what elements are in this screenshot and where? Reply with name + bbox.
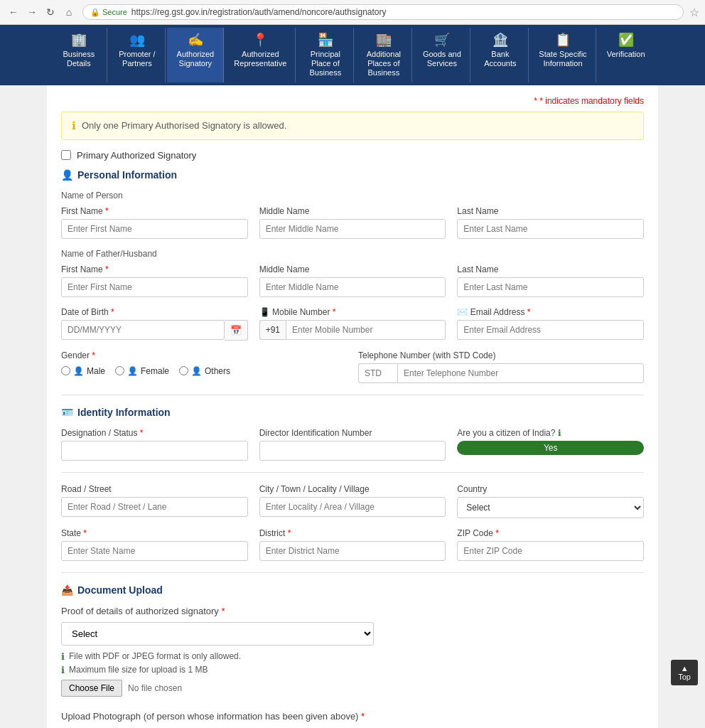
road-label: Road / Street xyxy=(61,484,248,494)
gender-male-radio[interactable] xyxy=(61,366,70,375)
nav-principal-place[interactable]: 🏪 PrincipalPlace ofBusiness xyxy=(297,28,354,82)
father-last-name-group: Last Name xyxy=(457,264,644,297)
goods-icon: 🛒 xyxy=(434,32,450,48)
gender-options: 👤 Male 👤 Female 👤 Others xyxy=(61,366,347,376)
proof-info2: ℹ Maximum file size for upload is 1 MB xyxy=(61,665,644,675)
designation-input[interactable] xyxy=(61,441,248,461)
nav-goods-services[interactable]: 🛒 Goods andServices xyxy=(414,28,470,82)
proof-info1: ℹ File with PDF or JPEG format is only a… xyxy=(61,651,644,662)
name-of-person-label: Name of Person xyxy=(61,191,644,200)
proof-label: Proof of details of authorized signatory… xyxy=(61,606,644,616)
personal-info-section: 👤 Personal Information Name of Person Fi… xyxy=(61,169,644,383)
top-nav: 🏢 BusinessDetails 👥 Promoter /Partners ✍… xyxy=(0,25,705,85)
nav-additional-places[interactable]: 🏬 AdditionalPlaces ofBusiness xyxy=(355,28,412,82)
middle-name-group: Middle Name xyxy=(259,206,446,239)
father-first-name-input[interactable] xyxy=(61,277,248,297)
nav-promoter-partners[interactable]: 👥 Promoter /Partners xyxy=(109,28,166,82)
photo-upload-label: Upload Photograph (of person whose infor… xyxy=(61,711,644,722)
telephone-label: Telephone Number (with STD Code) xyxy=(358,350,644,360)
state-label: State * xyxy=(61,528,248,538)
id-icon: 🪪 xyxy=(61,407,73,418)
bank-icon: 🏦 xyxy=(493,32,508,48)
address-bar[interactable]: 🔒 Secure https://reg.gst.gov.in/registra… xyxy=(82,4,684,20)
father-middle-name-group: Middle Name xyxy=(259,264,446,297)
gender-female[interactable]: 👤 Female xyxy=(115,366,169,376)
additional-icon: 🏬 xyxy=(376,32,392,48)
signatory-icon: ✍️ xyxy=(188,32,203,48)
secure-badge: 🔒 Secure xyxy=(90,8,127,17)
email-label: ✉️ Email Address * xyxy=(457,307,644,317)
country-group: Country Select India xyxy=(457,484,644,518)
father-last-name-input[interactable] xyxy=(457,277,644,297)
gender-male[interactable]: 👤 Male xyxy=(61,366,105,376)
father-name-row: First Name * Middle Name Last Name xyxy=(61,264,644,297)
country-select[interactable]: Select India xyxy=(457,497,644,518)
proof-select-wrapper: Select Aadhar Card PAN Card Passport Dri… xyxy=(61,622,644,646)
father-first-name-group: First Name * xyxy=(61,264,248,297)
road-group: Road / Street xyxy=(61,484,248,518)
forward-btn[interactable]: → xyxy=(24,4,40,20)
father-middle-name-label: Middle Name xyxy=(259,264,446,274)
scroll-top-btn[interactable]: ▲ Top xyxy=(671,660,698,685)
district-input[interactable] xyxy=(259,541,446,561)
gender-female-radio[interactable] xyxy=(115,366,124,375)
first-name-input[interactable] xyxy=(61,219,248,239)
back-btn[interactable]: ← xyxy=(6,4,21,20)
std-input[interactable] xyxy=(358,363,397,383)
city-label: City / Town / Locality / Village xyxy=(259,484,446,494)
address-row1: Road / Street City / Town / Locality / V… xyxy=(61,484,644,518)
tel-input[interactable] xyxy=(397,363,644,383)
mobile-input[interactable] xyxy=(286,320,446,340)
mobile-group: 📱 Mobile Number * +91 xyxy=(259,307,446,341)
upload-icon: 📤 xyxy=(61,584,73,596)
alert-icon: ℹ xyxy=(72,119,76,132)
citizen-label: Are you a citizen of India? ℹ xyxy=(457,428,644,438)
state-group: State * xyxy=(61,528,248,561)
designation-group: Designation / Status * xyxy=(61,428,248,461)
calendar-btn[interactable]: 📅 xyxy=(225,320,248,341)
nav-business-details[interactable]: 🏢 BusinessDetails xyxy=(50,28,107,82)
date-wrapper: 📅 xyxy=(61,320,248,341)
home-btn[interactable]: ⌂ xyxy=(61,4,77,20)
doc-upload-section: 📤 Document Upload Proof of details of au… xyxy=(61,584,644,728)
refresh-btn[interactable]: ↻ xyxy=(43,4,58,20)
phone-prefix: +91 xyxy=(259,320,286,340)
rep-icon: 📍 xyxy=(252,32,268,48)
bookmark-btn[interactable]: ☆ xyxy=(689,6,699,19)
nav-authorized-rep[interactable]: 📍 AuthorizedRepresentative xyxy=(225,28,296,82)
gender-others-radio[interactable] xyxy=(179,366,188,375)
nav-authorized-signatory[interactable]: ✍️ AuthorizedSignatory xyxy=(167,28,224,82)
zip-label: ZIP Code * xyxy=(457,528,644,538)
main-content: * * indicates mandatory fields ℹ Only on… xyxy=(47,85,658,728)
citizen-toggle[interactable]: Yes xyxy=(457,441,644,455)
info-icon1: ℹ xyxy=(61,651,65,662)
gender-others[interactable]: 👤 Others xyxy=(179,366,230,376)
gender-label: Gender * xyxy=(61,350,347,360)
proof-upload-block: Proof of details of authorized signatory… xyxy=(61,606,644,697)
road-input[interactable] xyxy=(61,497,248,517)
mobile-label: 📱 Mobile Number * xyxy=(259,307,446,317)
state-input[interactable] xyxy=(61,541,248,561)
proof-choose-file-btn[interactable]: Choose File xyxy=(61,680,122,697)
middle-name-input[interactable] xyxy=(259,219,446,239)
last-name-input[interactable] xyxy=(457,219,644,239)
din-label: Director Identification Number xyxy=(259,428,446,438)
din-input[interactable] xyxy=(259,441,446,461)
principal-icon: 🏪 xyxy=(318,32,333,48)
dob-input[interactable] xyxy=(61,320,225,340)
nav-verification[interactable]: ✅ Verification xyxy=(598,28,655,82)
primary-auth-checkbox[interactable] xyxy=(61,150,71,160)
citizen-group: Are you a citizen of India? ℹ Yes xyxy=(457,428,644,461)
proof-select[interactable]: Select Aadhar Card PAN Card Passport Dri… xyxy=(61,622,374,646)
nav-buttons: ← → ↻ ⌂ xyxy=(6,4,77,20)
nav-bank-accounts[interactable]: 🏦 BankAccounts xyxy=(472,28,529,82)
nav-state-specific[interactable]: 📋 State SpecificInformation xyxy=(530,28,596,82)
chevron-up-icon: ▲ xyxy=(681,664,689,673)
din-group: Director Identification Number xyxy=(259,428,446,461)
email-input[interactable] xyxy=(457,320,644,340)
photo-upload-block: Upload Photograph (of person whose infor… xyxy=(61,711,644,728)
gender-tel-row: Gender * 👤 Male 👤 Female 👤 Others Teleph… xyxy=(61,350,644,383)
city-input[interactable] xyxy=(259,497,446,517)
zip-input[interactable] xyxy=(457,541,644,561)
father-middle-name-input[interactable] xyxy=(259,277,446,297)
